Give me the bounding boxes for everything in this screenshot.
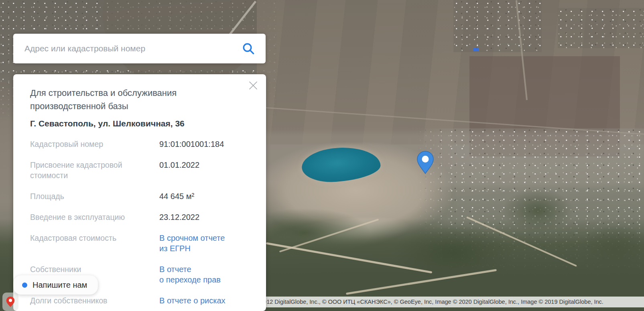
row-label: Присвоение кадастровой стоимости [30,160,159,181]
row-value: 91:01:001001:184 [159,139,224,149]
search-input[interactable] [24,43,241,54]
chat-widget-label: Напишите нам [33,281,87,290]
report-link-risks[interactable]: В отчете о рисках [159,295,226,306]
village-texture-top-mid [453,0,542,52]
map-pin-icon [417,151,434,174]
row-label: Долги собственников [30,295,159,306]
map-pin[interactable] [417,151,434,174]
info-row: Введение в эксплуатацию 23.12.2022 [30,212,250,222]
chat-widget-tooltip[interactable]: Напишите нам [13,275,98,295]
search-icon [242,42,255,55]
info-row: Площадь 44 645 м² [30,191,250,201]
info-row: Присвоение кадастровой стоимости 01.01.2… [30,160,250,181]
info-row: Долги собственников В отчете о рисках [30,295,250,306]
chat-unread-dot [22,283,27,288]
row-label: Кадастровая стоимость [30,233,159,254]
chat-widget-button[interactable] [2,293,18,311]
info-row: Кадастровая стоимость В срочном отчете и… [30,233,250,254]
row-value: 23.12.2022 [159,212,199,222]
info-row: Кадастровый номер 91:01:001001:184 [30,139,250,149]
row-label: Введение в эксплуатацию [30,212,159,222]
parcel-address: Г. Севастополь, ул. Шелковичная, 36 [30,118,250,129]
report-link-egrn[interactable]: В срочном отчете из ЕГРН [159,233,225,254]
village-texture-top-right [558,8,644,48]
search-bar [13,34,266,63]
red-pin-icon [6,296,15,307]
close-button[interactable] [246,78,260,93]
search-button[interactable] [241,41,256,56]
row-value: 44 645 м² [159,191,194,201]
report-link-ownership[interactable]: В отчете о переходе прав [159,264,221,285]
row-label: Площадь [30,191,159,201]
row-value: 01.01.2022 [159,160,199,181]
blue-roof-building [473,48,479,51]
row-label: Кадастровый номер [30,139,159,149]
close-icon [248,80,258,91]
attribution-text: 2012 DigitalGlobe, Inc., © ООО ИТЦ «СКАН… [260,299,603,305]
forest-blob [393,225,514,281]
parcel-usage-title: Для строительства и обслуживания произво… [30,86,203,113]
map-attribution: 2012 DigitalGlobe, Inc., © ООО ИТЦ «СКАН… [257,297,644,307]
